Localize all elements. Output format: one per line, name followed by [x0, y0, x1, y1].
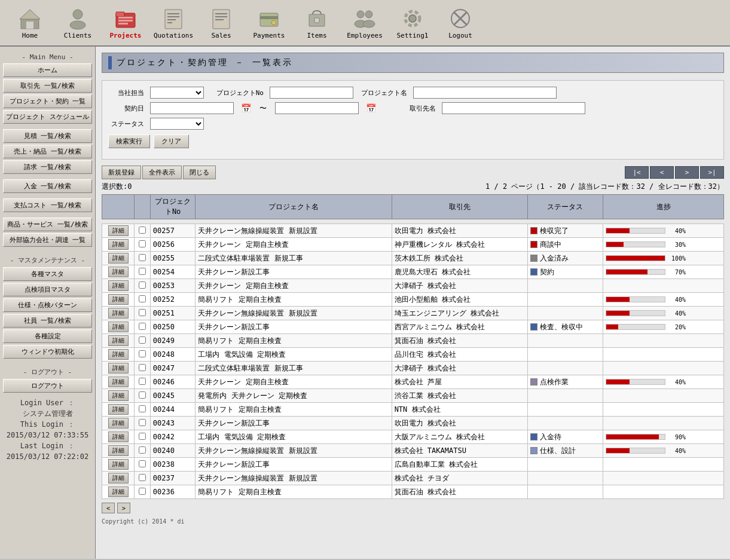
bottom-first-btn[interactable]: <	[102, 503, 115, 513]
detail-btn[interactable]: 詳細	[108, 267, 129, 277]
row-checkbox[interactable]	[139, 364, 146, 371]
nav-employees[interactable]: Employees	[341, 4, 389, 42]
nav-quotations[interactable]: Quotations	[149, 4, 197, 42]
svg-point-4	[70, 21, 85, 29]
login-user-label: Login User ：	[3, 397, 92, 408]
detail-btn[interactable]: 詳細	[108, 445, 129, 456]
row-checkbox[interactable]	[139, 268, 146, 275]
bottom-nav: < >	[102, 503, 724, 513]
nav-items[interactable]: Items	[293, 4, 341, 42]
sidebar-item-products[interactable]: 商品・サービス 一覧/検索	[3, 218, 92, 231]
client-name: 吹田電力 株式会社	[392, 417, 527, 430]
detail-btn[interactable]: 詳細	[108, 349, 129, 360]
nav-logout[interactable]: Logout	[436, 4, 484, 42]
detail-btn[interactable]: 詳細	[108, 308, 129, 319]
detail-btn[interactable]: 詳細	[108, 390, 129, 401]
row-checkbox[interactable]	[139, 336, 146, 344]
contract-date-to[interactable]	[275, 102, 359, 114]
row-checkbox[interactable]	[139, 488, 146, 495]
sidebar-item-settings[interactable]: 各種設定	[3, 329, 92, 343]
row-checkbox[interactable]	[139, 309, 146, 316]
svg-point-25	[365, 11, 372, 18]
sidebar-item-projects[interactable]: プロジェクト・契約 一覧	[3, 94, 92, 108]
sidebar-item-logout[interactable]: ログアウト	[3, 379, 92, 393]
detail-btn[interactable]: 詳細	[108, 459, 129, 470]
sidebar-item-costs[interactable]: 支払コスト 一覧/検索	[3, 198, 92, 212]
clear-btn[interactable]: クリア	[154, 134, 189, 148]
project-name-input[interactable]	[413, 87, 557, 99]
detail-btn[interactable]: 詳細	[108, 225, 129, 236]
detail-btn[interactable]: 詳細	[108, 377, 129, 387]
detail-btn[interactable]: 詳細	[108, 280, 129, 291]
new-btn[interactable]: 新規登録	[102, 166, 141, 179]
calendar-icon-to[interactable]: 📅	[366, 103, 376, 113]
calendar-icon-from[interactable]: 📅	[241, 103, 251, 113]
bottom-last-btn[interactable]: >	[117, 503, 130, 513]
nav-payments[interactable]: Payments	[245, 4, 293, 42]
last-login: 2015/03/12 07:22:02	[3, 451, 92, 462]
row-checkbox[interactable]	[139, 240, 146, 247]
sidebar-item-patterns[interactable]: 仕様・点検パターン	[3, 298, 92, 312]
detail-btn[interactable]: 詳細	[108, 363, 129, 374]
project-no-input[interactable]	[270, 87, 353, 99]
detail-btn[interactable]: 詳細	[108, 322, 129, 332]
detail-btn[interactable]: 詳細	[108, 335, 129, 346]
last-btn[interactable]: >|	[700, 166, 724, 179]
row-checkbox[interactable]	[139, 474, 146, 481]
company-select[interactable]	[150, 87, 204, 99]
row-checkbox[interactable]	[139, 446, 146, 454]
project-name: 天井クレーン新設工事	[196, 458, 392, 472]
row-checkbox[interactable]	[139, 460, 146, 467]
detail-btn[interactable]: 詳細	[108, 473, 129, 484]
sidebar-item-payments[interactable]: 入金 一覧/検索	[3, 179, 92, 193]
status-select[interactable]	[150, 118, 204, 130]
nav-sales[interactable]: Sales	[197, 4, 245, 42]
detail-btn[interactable]: 詳細	[108, 253, 129, 264]
sidebar-item-inspection[interactable]: 点検項目マスタ	[3, 283, 92, 296]
detail-btn[interactable]: 詳細	[108, 432, 129, 442]
row-checkbox[interactable]	[139, 391, 146, 399]
detail-btn[interactable]: 詳細	[108, 404, 129, 415]
row-checkbox[interactable]	[139, 281, 146, 289]
sidebar-item-clients[interactable]: 取引先 一覧/検索	[3, 79, 92, 93]
first-btn[interactable]: |<	[625, 166, 649, 179]
detail-btn[interactable]: 詳細	[108, 418, 129, 429]
detail-btn[interactable]: 詳細	[108, 239, 129, 250]
client-input[interactable]	[442, 102, 585, 114]
prev-btn[interactable]: <	[650, 166, 674, 179]
nav-home-label: Home	[22, 32, 38, 39]
sidebar-item-subcontract[interactable]: 外部協力会社・調達 一覧	[3, 233, 92, 247]
sidebar-item-invoices[interactable]: 請求 一覧/検索	[3, 160, 92, 174]
detail-btn[interactable]: 詳細	[108, 294, 129, 305]
nav-projects[interactable]: Projects	[102, 4, 149, 42]
row-checkbox[interactable]	[139, 419, 146, 426]
row-checkbox[interactable]	[139, 405, 146, 412]
row-checkbox[interactable]	[139, 254, 146, 261]
nav-home[interactable]: Home	[6, 4, 54, 42]
sidebar-item-sales[interactable]: 売上・納品 一覧/検索	[3, 145, 92, 158]
row-checkbox[interactable]	[139, 323, 146, 330]
contract-date-from[interactable]	[150, 102, 234, 114]
search-form: 当社担当 プロジェクトNo プロジェクト名 契約日 📅 〜 📅 取引先名 ステー…	[102, 80, 724, 160]
nav-setting1[interactable]: Setting1	[389, 4, 436, 42]
svg-rect-16	[215, 13, 227, 14]
search-btn[interactable]: 検索実行	[108, 134, 150, 148]
sidebar-item-home[interactable]: ホーム	[3, 63, 92, 77]
nav-clients[interactable]: Clients	[54, 4, 102, 42]
sidebar-item-staff[interactable]: 社員 一覧/検索	[3, 314, 92, 328]
sidebar-item-window-init[interactable]: ウィンドウ初期化	[3, 345, 92, 359]
sidebar-item-masters[interactable]: 各種マスタ	[3, 267, 92, 281]
close-btn[interactable]: 閉じる	[183, 166, 216, 179]
row-checkbox[interactable]	[139, 227, 146, 234]
row-checkbox[interactable]	[139, 350, 146, 357]
sidebar-item-estimates[interactable]: 見積 一覧/検索	[3, 129, 92, 143]
row-checkbox[interactable]	[139, 378, 146, 385]
next-btn[interactable]: >	[675, 166, 699, 179]
row-checkbox[interactable]	[139, 295, 146, 302]
row-checkbox[interactable]	[139, 433, 146, 440]
progress-bar-fill	[606, 325, 618, 329]
all-btn[interactable]: 全件表示	[142, 166, 182, 179]
progress-cell: 40%	[603, 307, 724, 320]
detail-btn[interactable]: 詳細	[108, 486, 129, 497]
sidebar-item-schedule[interactable]: プロジェクト スケジュール	[3, 110, 92, 124]
